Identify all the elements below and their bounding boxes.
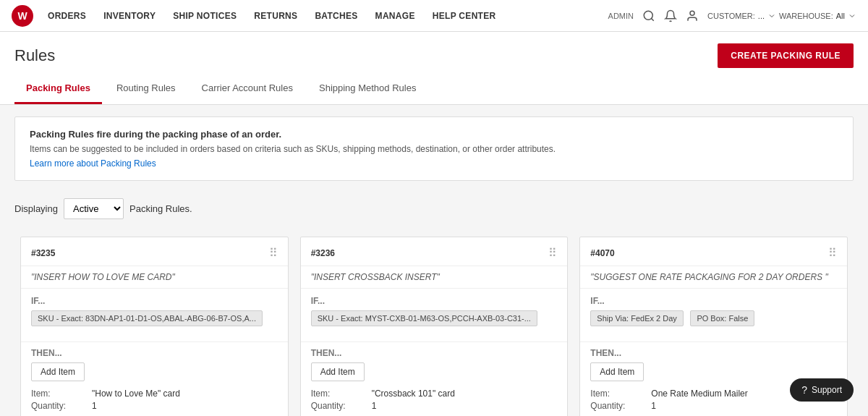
condition-tag-3236-0: SKU - Exact: MYST-CXB-01-M63-OS,PCCH-AXB… (311, 310, 537, 326)
nav-ship-notices[interactable]: SHIP NOTICES (173, 1, 237, 31)
nav-returns[interactable]: RETURNS (254, 1, 297, 31)
learn-more-link[interactable]: Learn more about Packing Rules (30, 158, 838, 169)
nav-inventory[interactable]: INVENTORY (103, 1, 156, 31)
rule-name-3235: "INSERT HOW TO LOVE ME CARD" (21, 266, 288, 289)
rule-card-3236: #3236 ⠿ "INSERT CROSSBACK INSERT" IF... … (300, 237, 569, 416)
svg-point-2 (690, 11, 694, 15)
if-label-3235: IF... (31, 296, 278, 306)
card-header-4070: #4070 ⠿ (580, 237, 847, 266)
qty-row-3236: Quantity: 1 (311, 401, 558, 411)
rule-id-3236: #3236 (311, 248, 335, 258)
create-packing-rule-button[interactable]: CREATE PACKING RULE (718, 43, 854, 68)
user-icon[interactable] (686, 9, 699, 22)
item-value-3235: "How to Love Me" card (92, 389, 180, 399)
item-value-3236: "Crossback 101" card (372, 389, 455, 399)
item-value-4070: One Rate Medium Mailer (651, 389, 747, 399)
qty-value-4070: 1 (651, 401, 656, 411)
then-label-3235: THEN... (31, 348, 278, 358)
page-header: Rules CREATE PACKING RULE (0, 32, 868, 74)
displaying-row: Displaying Active Inactive All Packing R… (0, 192, 868, 231)
rule-card-3235: #3235 ⠿ "INSERT HOW TO LOVE ME CARD" IF.… (20, 237, 289, 416)
then-section-3235: THEN... Add Item Item: "How to Love Me" … (21, 345, 288, 416)
condition-tag-3235-0: SKU - Exact: 83DN-AP1-01-D1-OS,ABAL-ABG-… (31, 310, 263, 326)
customer-label: CUSTOMER: (707, 12, 755, 20)
nav-manage[interactable]: MANAGE (375, 1, 415, 31)
tab-packing-rules[interactable]: Packing Rules (14, 74, 102, 104)
rule-id-3235: #3235 (31, 248, 55, 258)
if-label-4070: IF... (590, 296, 837, 306)
info-bold: Packing Rules fire during the packing ph… (30, 129, 281, 140)
top-nav: W ORDERS INVENTORY SHIP NOTICES RETURNS … (0, 0, 868, 32)
card-header-3235: #3235 ⠿ (21, 237, 288, 266)
rule-name-3236: "INSERT CROSSBACK INSERT" (301, 266, 568, 289)
customer-chevron-icon[interactable] (767, 12, 776, 20)
add-item-button-3236[interactable]: Add Item (311, 362, 365, 381)
page-title: Rules (14, 46, 55, 65)
qty-row-4070: Quantity: 1 (590, 401, 837, 411)
svg-line-1 (652, 18, 654, 20)
drag-icon-4070[interactable]: ⠿ (828, 246, 837, 260)
item-row-3236: Item: "Crossback 101" card (311, 389, 558, 399)
tab-shipping-method-rules[interactable]: Shipping Method Rules (307, 74, 427, 104)
status-filter-select[interactable]: Active Inactive All (64, 198, 124, 219)
displaying-label: Displaying (14, 203, 58, 214)
nav-links: ORDERS INVENTORY SHIP NOTICES RETURNS BA… (48, 1, 608, 31)
customer-section: CUSTOMER: ... WAREHOUSE: All (707, 12, 856, 20)
warehouse-label: WAREHOUSE: (779, 12, 833, 20)
if-section-3236: IF... SKU - Exact: MYST-CXB-01-M63-OS,PC… (301, 289, 568, 339)
info-box: Packing Rules fire during the packing ph… (14, 116, 854, 181)
rule-id-4070: #4070 (590, 248, 614, 258)
nav-help-center[interactable]: HELP CENTER (433, 1, 496, 31)
drag-icon-3236[interactable]: ⠿ (548, 246, 557, 260)
search-icon[interactable] (642, 9, 655, 22)
support-icon: ? (801, 384, 807, 396)
add-item-button-4070[interactable]: Add Item (590, 362, 644, 381)
then-label-3236: THEN... (311, 348, 558, 358)
nav-right: ADMIN CUSTOMER: ... WAREHOUSE: All (608, 9, 856, 22)
warehouse-value: All (836, 12, 845, 20)
qty-label-3236: Quantity: (311, 401, 354, 411)
item-row-3235: Item: "How to Love Me" card (31, 389, 278, 399)
qty-row-3235: Quantity: 1 (31, 401, 278, 411)
then-label-4070: THEN... (590, 348, 837, 358)
rules-grid: #3235 ⠿ "INSERT HOW TO LOVE ME CARD" IF.… (0, 231, 868, 416)
tab-routing-rules[interactable]: Routing Rules (105, 74, 187, 104)
nav-orders[interactable]: ORDERS (48, 1, 86, 31)
logo-icon[interactable]: W (12, 5, 33, 27)
qty-label-3235: Quantity: (31, 401, 75, 411)
item-label-3235: Item: (31, 389, 75, 399)
item-label-4070: Item: (590, 389, 634, 399)
if-label-3236: IF... (311, 296, 558, 306)
if-section-4070: IF... Ship Via: FedEx 2 Day PO Box: Fals… (580, 289, 847, 339)
support-button[interactable]: ? Support (790, 378, 854, 402)
qty-label-4070: Quantity: (590, 401, 634, 411)
condition-tag-4070-0: Ship Via: FedEx 2 Day (590, 310, 683, 326)
displaying-suffix: Packing Rules. (129, 203, 192, 214)
customer-value: ... (758, 12, 765, 20)
then-section-3236: THEN... Add Item Item: "Crossback 101" c… (301, 345, 568, 416)
add-item-button-3235[interactable]: Add Item (31, 362, 85, 381)
info-description: Items can be suggested to be included in… (30, 143, 838, 156)
rule-name-4070: "SUGGEST ONE RATE PACKAGING FOR 2 DAY OR… (580, 266, 847, 289)
drag-icon-3235[interactable]: ⠿ (269, 246, 278, 260)
support-label: Support (812, 385, 842, 395)
condition-tag-4070-1: PO Box: False (690, 310, 754, 326)
qty-value-3236: 1 (372, 401, 377, 411)
warehouse-chevron-icon[interactable] (848, 12, 856, 20)
admin-label: ADMIN (608, 12, 634, 20)
if-section-3235: IF... SKU - Exact: 83DN-AP1-01-D1-OS,ABA… (21, 289, 288, 339)
tab-carrier-account-rules[interactable]: Carrier Account Rules (190, 74, 305, 104)
svg-point-0 (644, 11, 652, 20)
item-label-3236: Item: (311, 389, 354, 399)
tabs-bar: Packing Rules Routing Rules Carrier Acco… (0, 74, 868, 105)
nav-batches[interactable]: BATCHES (315, 1, 357, 31)
qty-value-3235: 1 (92, 401, 97, 411)
card-header-3236: #3236 ⠿ (301, 237, 568, 266)
bell-icon[interactable] (664, 9, 677, 22)
